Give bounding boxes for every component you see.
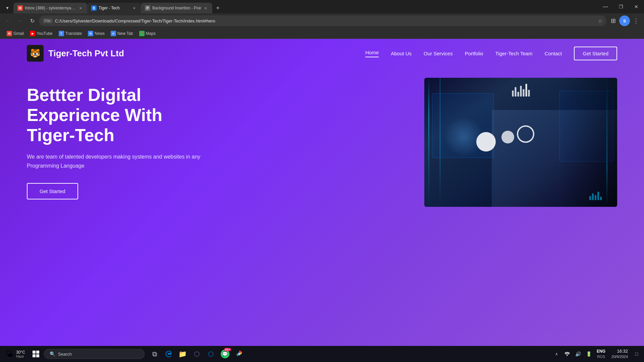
tab-tiger-tech[interactable]: B Tiger - Tech ✕	[87, 3, 141, 13]
nav-link-services[interactable]: Our Services	[424, 51, 453, 56]
profile-icon[interactable]: S	[619, 15, 630, 26]
weather-info: 30°C Haze	[16, 350, 25, 358]
system-tray-chevron[interactable]: ∧	[552, 349, 561, 359]
language-region: ROS	[597, 354, 605, 359]
hero-subtitle: We are team of talented developers makin…	[27, 153, 208, 170]
hero-image-box	[424, 78, 617, 207]
bookmark-news-label: News	[95, 31, 105, 36]
address-bar-row: ← → ↻ File C:/Users/Sylvester/Downloads/…	[0, 13, 644, 28]
tab-background-insertion-close[interactable]: ✕	[203, 5, 208, 11]
new-tab-button[interactable]: +	[212, 3, 223, 13]
clock-date: 20/9/2024	[611, 354, 628, 359]
address-protocol: File	[43, 18, 52, 23]
bookmark-maps[interactable]: 📍 Maps	[137, 29, 158, 38]
bookmark-gmail[interactable]: M Gmail	[4, 29, 26, 38]
hero-cta-button[interactable]: Get Started	[27, 183, 78, 199]
bookmark-new-tab[interactable]: ⊕ New Tab	[108, 29, 136, 38]
start-button[interactable]	[29, 347, 43, 361]
system-tray: ∧ 🔊 🔋 ENG ROS 16:32 20/9/2024 □	[552, 348, 641, 360]
pinned-badge-app[interactable]: 💬 99+	[218, 347, 232, 361]
more-menu-button[interactable]: ⋮	[631, 15, 641, 26]
navbar-cta-button[interactable]: Get Started	[574, 47, 617, 60]
forward-button[interactable]: →	[15, 15, 25, 26]
bookmark-translate[interactable]: T Translate	[56, 29, 85, 38]
tab-gmail-close[interactable]: ✕	[78, 5, 83, 11]
chrome-icon	[235, 350, 243, 358]
explorer-icon: 📁	[178, 350, 187, 358]
pinned-chrome[interactable]	[232, 347, 246, 361]
nav-link-team[interactable]: Tiger-Tech Team	[495, 51, 533, 56]
vscode-icon: ⬡	[208, 350, 214, 358]
pinned-explorer[interactable]: 📁	[176, 347, 190, 361]
notification-button[interactable]: □	[632, 349, 641, 359]
address-url: C:/Users/Sylvester/Downloads/Compressed/…	[55, 18, 595, 23]
volume-icon[interactable]: 🔊	[573, 349, 583, 359]
tab-gmail-label: Inbox (388) - sylvesternyamuru...	[25, 6, 76, 10]
address-bar[interactable]: File C:/Users/Sylvester/Downloads/Compre…	[39, 15, 606, 26]
language-code: ENG	[597, 349, 605, 354]
bookmark-gmail-label: Gmail	[13, 31, 24, 36]
tab-background-insertion[interactable]: P Background Insertion - Poe ✕	[141, 3, 212, 13]
pinned-edge[interactable]	[162, 347, 175, 361]
weather-widget[interactable]: 🌤 30°C Haze	[3, 349, 28, 359]
website-content: 🐯 Tiger-Tech Pvt Ltd Home About Us Our S…	[0, 39, 644, 346]
nav-link-portfolio[interactable]: Portfolio	[465, 51, 483, 56]
network-icon[interactable]	[562, 349, 572, 359]
pinned-task-view[interactable]: ⧉	[148, 347, 161, 361]
hero-section: Bettter Digital Experience With Tiger-Te…	[0, 68, 644, 220]
bookmark-maps-label: Maps	[146, 31, 156, 36]
pinned-vscode[interactable]: ⬡	[204, 347, 218, 361]
badge-count: 99+	[224, 348, 231, 351]
clock-time: 16:32	[611, 348, 628, 354]
address-star-icon[interactable]: ☆	[598, 18, 602, 24]
browser-window: ▼ M Inbox (388) - sylvesternyamuru... ✕ …	[0, 0, 644, 362]
nav-link-home[interactable]: Home	[365, 50, 379, 57]
bubble-solid-small	[501, 131, 514, 143]
search-placeholder-text: Search	[58, 352, 72, 357]
maximize-button[interactable]: ❐	[613, 0, 629, 13]
tab-dropdown-button[interactable]: ▼	[3, 3, 12, 13]
weather-description: Haze	[16, 355, 25, 358]
hero-title: Bettter Digital Experience With Tiger-Te…	[27, 85, 208, 145]
hero-image	[235, 78, 617, 207]
bookmark-youtube-label: YouTube	[37, 31, 52, 36]
site-navbar: 🐯 Tiger-Tech Pvt Ltd Home About Us Our S…	[0, 39, 644, 68]
bookmark-news[interactable]: N News	[85, 29, 107, 38]
bookmark-youtube[interactable]: ▶ YouTube	[27, 29, 55, 38]
bookmarks-bar: M Gmail ▶ YouTube T Translate N News ⊕ N…	[0, 28, 644, 39]
bookmark-translate-label: Translate	[65, 31, 82, 36]
data-column-1	[428, 78, 429, 207]
close-button[interactable]: ✕	[629, 0, 644, 13]
logo-icon-box: 🐯	[27, 45, 44, 62]
tab-tiger-tech-label: Tiger - Tech	[99, 6, 129, 10]
nav-links: Home About Us Our Services Portfolio Tig…	[365, 47, 617, 60]
pinned-teams[interactable]: ⬡	[190, 347, 204, 361]
hero-content: Bettter Digital Experience With Tiger-Te…	[27, 85, 208, 199]
extension-icon-1[interactable]: ⊞	[608, 15, 619, 26]
chart-visualization	[512, 84, 530, 97]
tab-background-insertion-label: Background Insertion - Poe	[152, 6, 201, 10]
nav-link-contact[interactable]: Contact	[545, 51, 562, 56]
weather-icon: 🌤	[5, 349, 13, 359]
tab-tiger-tech-close[interactable]: ✕	[131, 5, 137, 11]
refresh-button[interactable]: ↻	[27, 15, 38, 26]
logo-text: Tiger-Tech Pvt Ltd	[48, 48, 124, 59]
weather-temp: 30°C	[16, 350, 25, 355]
taskbar: 🌤 30°C Haze 🔍 Search ⧉	[0, 346, 644, 362]
minimize-button[interactable]: —	[598, 0, 613, 13]
taskbar-search-bar[interactable]: 🔍 Search	[44, 349, 145, 359]
tab-gmail[interactable]: M Inbox (388) - sylvesternyamuru... ✕	[13, 3, 87, 13]
edge-icon	[165, 350, 172, 358]
svg-point-3	[567, 355, 568, 356]
toolbar-extensions: ⊞ S ⋮	[608, 15, 641, 26]
language-indicator[interactable]: ENG ROS	[595, 349, 607, 359]
title-bar: ▼ M Inbox (388) - sylvesternyamuru... ✕ …	[0, 0, 644, 13]
nav-link-about[interactable]: About Us	[391, 51, 412, 56]
back-button[interactable]: ←	[3, 15, 13, 26]
clock[interactable]: 16:32 20/9/2024	[609, 348, 631, 360]
depth-overlay	[559, 78, 618, 207]
bookmark-new-tab-label: New Tab	[117, 31, 133, 36]
battery-icon[interactable]: 🔋	[584, 349, 593, 359]
task-view-icon: ⧉	[152, 350, 157, 358]
site-logo: 🐯 Tiger-Tech Pvt Ltd	[27, 45, 124, 62]
